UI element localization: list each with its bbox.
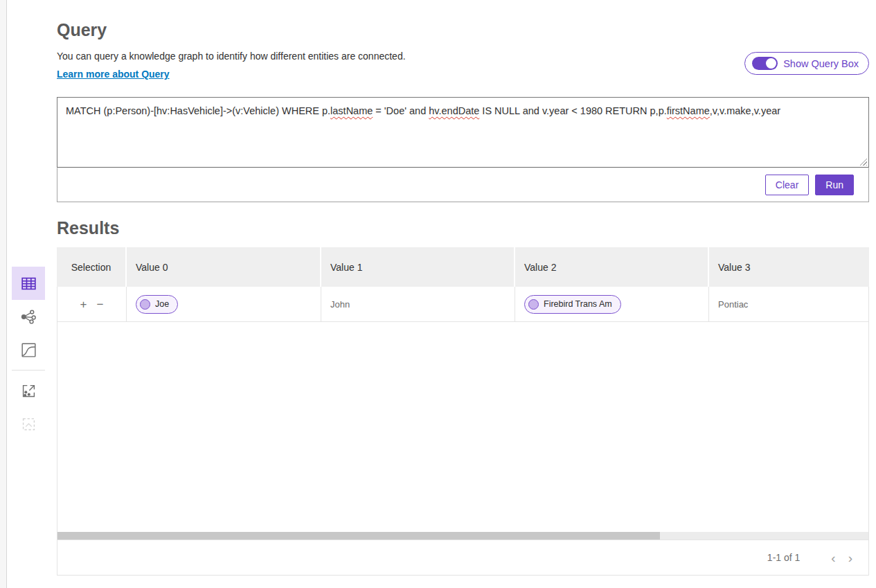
- link-chart-icon: [21, 309, 37, 325]
- table-header-row: Selection Value 0 Value 1 Value 2 Value …: [57, 247, 869, 287]
- sidebar-item-add-to-map[interactable]: [12, 407, 45, 440]
- results-footer: 1-1 of 1 ‹ ›: [57, 540, 868, 575]
- previous-page-button[interactable]: ‹: [825, 551, 841, 564]
- page-title: Query: [57, 19, 869, 40]
- sidebar-item-map-view[interactable]: [12, 333, 45, 366]
- run-button[interactable]: Run: [815, 175, 854, 195]
- sidebar-item-link-chart-view[interactable]: [12, 300, 45, 333]
- column-header-value2: Value 2: [514, 247, 708, 287]
- results-title: Results: [57, 217, 119, 238]
- show-query-box-toggle[interactable]: Show Query Box: [744, 52, 869, 75]
- query-footer: Clear Run: [57, 168, 869, 202]
- textarea-resize-handle[interactable]: [858, 157, 867, 166]
- entity-chip-label: Firebird Trans Am: [544, 299, 612, 309]
- entity-chip-vehicle[interactable]: Firebird Trans Am: [524, 295, 621, 314]
- value2-cell: Firebird Trans Am: [515, 287, 708, 321]
- column-header-selection: Selection: [57, 247, 125, 287]
- next-page-button[interactable]: ›: [842, 551, 859, 564]
- entity-dot-icon: [528, 299, 539, 310]
- toggle-switch-icon: [752, 57, 778, 70]
- value3-cell: Pontiac: [708, 287, 868, 321]
- left-gutter-divider: [0, 0, 7, 588]
- add-to-map-icon: [21, 416, 37, 432]
- column-header-value3: Value 3: [708, 247, 869, 287]
- table-icon: [21, 276, 37, 292]
- sidebar-item-table-view[interactable]: [12, 267, 45, 300]
- entity-dot-icon: [140, 299, 150, 310]
- query-panel: MATCH (p:Person)-[hv:HasVehicle]->(v:Veh…: [57, 97, 869, 202]
- add-to-link-chart-icon: [21, 383, 37, 399]
- value1-cell: John: [321, 287, 515, 321]
- results-panel: Selection Value 0 Value 1 Value 2 Value …: [57, 248, 869, 576]
- remove-selection-button[interactable]: −: [97, 299, 104, 310]
- entity-chip-label: Joe: [155, 299, 169, 309]
- query-widget: Query You can query a knowledge graph to…: [57, 0, 869, 588]
- toggle-label: Show Query Box: [783, 58, 859, 69]
- sidebar-item-add-to-link-chart[interactable]: [12, 374, 45, 407]
- map-icon: [21, 342, 37, 358]
- results-view-toolbar: [12, 267, 45, 440]
- table-row: + − Joe John Firebird Trans Am Pontiac: [57, 287, 868, 322]
- column-header-value1: Value 1: [320, 247, 514, 287]
- column-header-value0: Value 0: [125, 247, 320, 287]
- horizontal-scrollbar-thumb[interactable]: [57, 532, 660, 540]
- query-input[interactable]: MATCH (p:Person)-[hv:HasVehicle]->(v:Veh…: [57, 97, 869, 168]
- learn-more-link[interactable]: Learn more about Query: [57, 69, 170, 80]
- horizontal-scrollbar[interactable]: [57, 532, 868, 540]
- entity-chip-person[interactable]: Joe: [136, 295, 178, 314]
- add-selection-button[interactable]: +: [80, 299, 87, 310]
- pagination-range-label: 1-1 of 1: [767, 552, 800, 563]
- sidebar-divider: [12, 370, 45, 371]
- value0-cell: Joe: [126, 287, 321, 321]
- clear-button[interactable]: Clear: [765, 175, 809, 195]
- selection-cell: + −: [57, 287, 126, 321]
